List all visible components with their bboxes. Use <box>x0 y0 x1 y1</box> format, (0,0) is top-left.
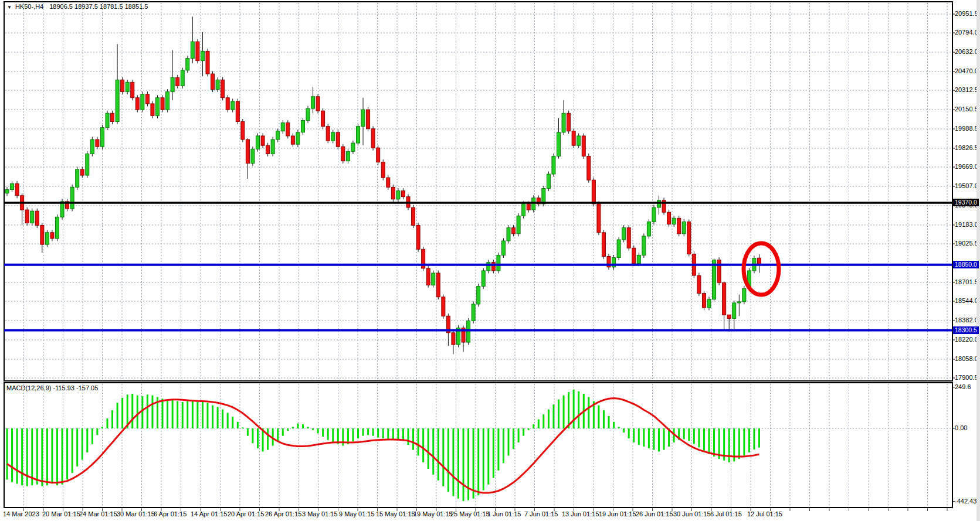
hline-price-badge[interactable]: 19370.0 <box>953 199 979 206</box>
time-axis-label: 7 Jun 01:15 <box>524 510 558 517</box>
time-axis-label: 30 Jun 01:15 <box>673 510 711 517</box>
time-axis-label: 9 May 01:15 <box>339 510 375 517</box>
time-axis-label: 14 Apr 01:15 <box>191 510 227 517</box>
price-axis-label: 18544.0 <box>955 297 978 304</box>
price-axis-label: 19183.0 <box>955 221 978 228</box>
time-axis-label: 25 May 01:15 <box>450 510 490 517</box>
time-axis-label: 6 Jul 01:15 <box>710 510 742 517</box>
price-axis-label: 20150.5 <box>955 105 978 113</box>
symbol-title: HK50-,H4 <box>15 3 43 10</box>
time-axis-label: 12 Jul 01:15 <box>747 510 782 517</box>
time-axis-label: 24 Mar 01:15 <box>79 510 117 517</box>
price-axis-label: 19826.5 <box>955 144 978 151</box>
macd-axis-label: 249.6 <box>955 383 971 390</box>
price-axis-label: 19669.0 <box>955 163 978 170</box>
price-axis-label: 20312.5 <box>955 86 978 93</box>
time-axis-label: 14 Mar 2023 <box>3 510 39 517</box>
time-axis-label: 15 May 01:15 <box>376 510 415 517</box>
macd-indicator-label: MACD(12,26,9) -115.93 -157.05 <box>6 384 98 391</box>
time-axis-label: 19 May 01:15 <box>413 510 453 517</box>
price-axis-label: 20951.5 <box>955 10 978 17</box>
price-axis-label: 19507.0 <box>955 182 978 189</box>
time-axis-label: 19 Jun 01:15 <box>599 510 636 517</box>
price-axis-label: 20794.0 <box>955 29 978 36</box>
price-axis-label: 18058.0 <box>955 355 978 362</box>
price-axis-label: 19025.5 <box>955 240 978 247</box>
time-axis-label: 26 Jun 01:15 <box>636 510 673 517</box>
time-axis-label: 30 Mar 01:15 <box>117 510 155 517</box>
macd-axis-label: 0.00 <box>955 424 967 431</box>
time-axis-label: 6 Apr 01:15 <box>154 510 186 517</box>
time-axis-label: 20 Mar 01:15 <box>42 510 80 517</box>
price-axis-label: 20470.0 <box>955 67 978 74</box>
symbol-dropdown-icon[interactable]: ▼ <box>7 5 12 10</box>
hline-price-badge[interactable]: 18300.5 <box>953 326 979 334</box>
chart-header: ▼HK50-,H418906.5 18937.5 18781.5 18851.5 <box>7 3 148 10</box>
time-axis-label: 3 May 01:15 <box>302 510 338 517</box>
price-axis-label: 18382.0 <box>955 316 978 324</box>
price-axis-label: 19988.5 <box>955 125 978 132</box>
macd-axis-label: -442.43 <box>955 498 976 505</box>
price-axis-label: 17900.5 <box>955 374 978 381</box>
price-axis-label: 20632.0 <box>955 48 978 55</box>
chart-canvas[interactable] <box>0 0 980 521</box>
time-axis-label: 20 Apr 01:15 <box>228 510 264 517</box>
price-axis-label: 18220.0 <box>955 336 978 343</box>
hline-price-badge[interactable]: 18850.0 <box>953 261 979 268</box>
trading-terminal-window: ▼HK50-,H418906.5 18937.5 18781.5 18851.5… <box>0 0 980 521</box>
time-axis-label: 1 Jun 01:15 <box>487 510 521 517</box>
ohlc-readout: 18906.5 18937.5 18781.5 18851.5 <box>49 3 148 10</box>
time-axis-label: 26 Apr 01:15 <box>265 510 301 517</box>
price-axis-label: 18701.5 <box>955 278 978 285</box>
time-axis-label: 13 Jun 01:15 <box>562 510 599 517</box>
